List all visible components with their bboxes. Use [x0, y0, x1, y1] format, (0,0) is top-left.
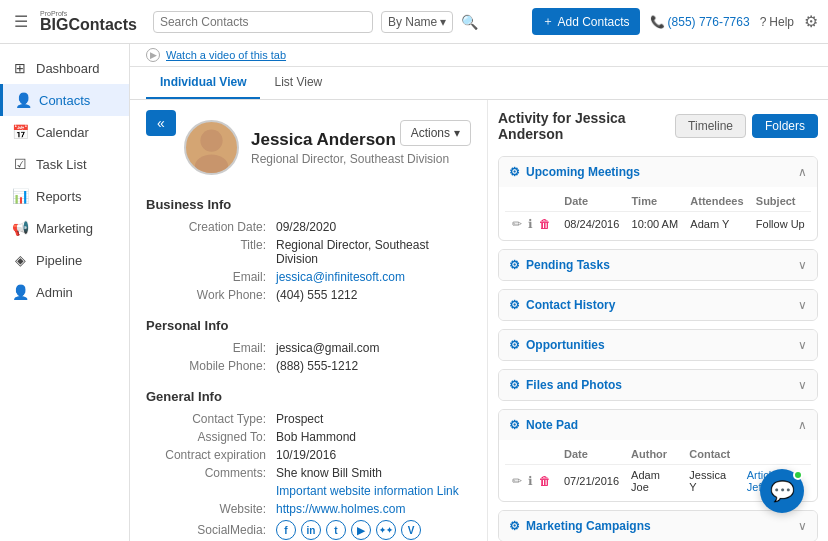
- settings-button[interactable]: ⚙: [804, 12, 818, 31]
- work-phone-value: (404) 555 1212: [276, 288, 357, 302]
- col-author: Author: [625, 444, 683, 465]
- creation-date-value: 09/28/2020: [276, 220, 336, 234]
- info-icon[interactable]: ℹ: [527, 216, 534, 232]
- pending-tasks-section: ⚙ Pending Tasks ∨: [498, 249, 818, 281]
- video-icon: ▶: [146, 48, 160, 62]
- sidebar-item-contacts[interactable]: 👤 Contacts: [0, 84, 129, 116]
- personal-info-section: Personal Info Email: jessica@gmail.com M…: [146, 318, 471, 375]
- activity-header: Activity for Jessica Anderson Timeline F…: [498, 110, 818, 148]
- search-icon[interactable]: 🔍: [461, 14, 478, 30]
- contact-history-header[interactable]: ⚙ Contact History ∨: [499, 290, 817, 320]
- activity-panel: Activity for Jessica Anderson Timeline F…: [488, 100, 828, 541]
- chevron-down-icon: ▾: [440, 15, 446, 29]
- avatar: [184, 120, 239, 175]
- question-icon: ?: [760, 15, 767, 29]
- gear-icon: ⚙: [509, 298, 520, 312]
- upcoming-meetings-table: Date Time Attendees Subject: [505, 191, 811, 236]
- gear-icon: ⚙: [509, 258, 520, 272]
- sidebar-item-reports[interactable]: 📊 Reports: [0, 180, 129, 212]
- col-actions: [505, 191, 558, 212]
- hamburger-menu-button[interactable]: ☰: [10, 8, 32, 35]
- upcoming-meetings-section: ⚙ Upcoming Meetings ∧ Date: [498, 156, 818, 241]
- collapse-panel-button[interactable]: «: [146, 110, 176, 136]
- chevron-down-icon: ∨: [798, 258, 807, 272]
- svg-point-0: [200, 129, 222, 151]
- title-value: Regional Director, Southeast Division: [276, 238, 471, 266]
- upcoming-meetings-header[interactable]: ⚙ Upcoming Meetings ∧: [499, 157, 817, 187]
- marketing-icon: 📢: [12, 220, 28, 236]
- search-input[interactable]: [160, 15, 366, 29]
- files-photos-header[interactable]: ⚙ Files and Photos ∨: [499, 370, 817, 400]
- view-tabs: Individual View List View: [130, 67, 828, 100]
- sidebar-item-calendar[interactable]: 📅 Calendar: [0, 116, 129, 148]
- edit-icon[interactable]: ✏: [511, 216, 523, 232]
- meeting-attendees: Adam Y: [684, 212, 749, 237]
- facebook-icon[interactable]: f: [276, 520, 296, 540]
- chat-button[interactable]: 💬: [760, 469, 804, 513]
- assigned-to-label: Assigned To:: [146, 430, 276, 444]
- sidebar-label-marketing: Marketing: [36, 221, 93, 236]
- notepad-header[interactable]: ⚙ Note Pad ∧: [499, 410, 817, 440]
- video-text[interactable]: Watch a video of this tab: [166, 49, 286, 61]
- general-info-title: General Info: [146, 389, 471, 404]
- sidebar-item-dashboard[interactable]: ⊞ Dashboard: [0, 52, 129, 84]
- add-contacts-button[interactable]: ＋ Add Contacts: [532, 8, 640, 35]
- gear-icon: ⚙: [509, 378, 520, 392]
- email-value[interactable]: jessica@infinitesoft.com: [276, 270, 405, 284]
- personal-email-value: jessica@gmail.com: [276, 341, 380, 355]
- twitter-icon[interactable]: t: [326, 520, 346, 540]
- assigned-to-value: Bob Hammond: [276, 430, 356, 444]
- sidebar-item-admin[interactable]: 👤 Admin: [0, 276, 129, 308]
- sidebar-label-reports: Reports: [36, 189, 82, 204]
- linkedin-icon[interactable]: in: [301, 520, 321, 540]
- tab-individual-view[interactable]: Individual View: [146, 67, 260, 99]
- phone-link[interactable]: 📞 (855) 776-7763: [650, 15, 750, 29]
- social-label: SocialMedia:: [146, 523, 276, 537]
- activity-title: Activity for Jessica Anderson: [498, 110, 675, 142]
- table-row: ✏ ℹ 🗑 08/24/2016 10:00 AM Adam Y: [505, 212, 811, 237]
- help-link[interactable]: ? Help: [760, 15, 794, 29]
- actions-button[interactable]: Actions ▾: [400, 120, 471, 146]
- email-label: Email:: [146, 270, 276, 284]
- mobile-phone-value: (888) 555-1212: [276, 359, 358, 373]
- admin-icon: 👤: [12, 284, 28, 300]
- youtube-icon[interactable]: ▶: [351, 520, 371, 540]
- tab-timeline[interactable]: Timeline: [675, 114, 746, 138]
- contract-exp-label: Contract expiration: [146, 448, 276, 462]
- tab-folders[interactable]: Folders: [752, 114, 818, 138]
- pipeline-icon: ◈: [12, 252, 28, 268]
- col-attendees: Attendees: [684, 191, 749, 212]
- general-info-section: General Info Contact Type: Prospect Assi…: [146, 389, 471, 541]
- contract-exp-value: 10/19/2016: [276, 448, 336, 462]
- pending-tasks-header[interactable]: ⚙ Pending Tasks ∨: [499, 250, 817, 280]
- contact-type-label: Contact Type:: [146, 412, 276, 426]
- flickr-icon[interactable]: ✦✦: [376, 520, 396, 540]
- sidebar-label-pipeline: Pipeline: [36, 253, 82, 268]
- personal-email-label: Email:: [146, 341, 276, 355]
- opportunities-header[interactable]: ⚙ Opportunities ∨: [499, 330, 817, 360]
- personal-info-title: Personal Info: [146, 318, 471, 333]
- col-note: [741, 444, 811, 465]
- business-info-section: Business Info Creation Date: 09/28/2020 …: [146, 197, 471, 304]
- delete-icon[interactable]: 🗑: [538, 216, 552, 232]
- col-actions: [505, 444, 558, 465]
- sidebar-item-marketing[interactable]: 📢 Marketing: [0, 212, 129, 244]
- gear-icon: ⚙: [509, 418, 520, 432]
- add-icon: ＋: [542, 13, 554, 30]
- tab-list-view[interactable]: List View: [260, 67, 336, 99]
- sort-dropdown[interactable]: By Name ▾: [381, 11, 453, 33]
- chevron-up-icon: ∧: [798, 418, 807, 432]
- sidebar-label-dashboard: Dashboard: [36, 61, 100, 76]
- sidebar-item-tasklist[interactable]: ☑ Task List: [0, 148, 129, 180]
- sidebar-item-pipeline[interactable]: ◈ Pipeline: [0, 244, 129, 276]
- sidebar-label-tasklist: Task List: [36, 157, 87, 172]
- website-value[interactable]: https://www.holmes.com: [276, 502, 405, 516]
- reports-icon: 📊: [12, 188, 28, 204]
- gear-icon: ⚙: [509, 165, 520, 179]
- chevron-down-icon: ∨: [798, 298, 807, 312]
- contact-title: Regional Director, Southeast Division: [251, 152, 449, 166]
- tasklist-icon: ☑: [12, 156, 28, 172]
- comments-link[interactable]: Important website information Link: [276, 484, 459, 498]
- business-info-title: Business Info: [146, 197, 471, 212]
- vimeo-icon[interactable]: V: [401, 520, 421, 540]
